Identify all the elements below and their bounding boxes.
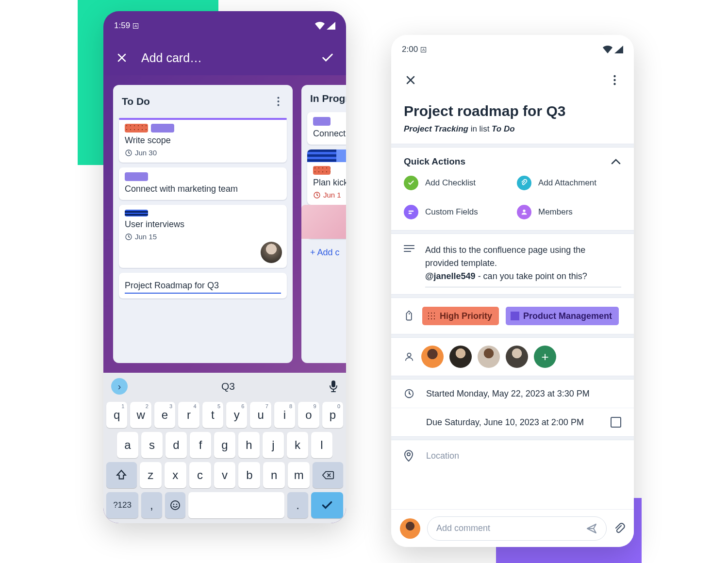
key-g[interactable]: g: [214, 432, 235, 458]
key-p[interactable]: p0: [322, 402, 343, 428]
due-complete-checkbox[interactable]: [611, 417, 621, 428]
card-title: Write scope: [125, 135, 281, 146]
keyboard-row-3: zxcvbnm: [106, 462, 343, 488]
members-row[interactable]: +: [391, 338, 634, 376]
wifi-icon: [315, 22, 325, 30]
period-key[interactable]: .: [287, 492, 308, 518]
card-title: Project roadmap for Q3: [404, 103, 621, 119]
key-h[interactable]: h: [238, 432, 260, 458]
backspace-key[interactable]: [313, 462, 343, 488]
quick-action-custom-fields[interactable]: Custom Fields: [404, 205, 508, 219]
svg-point-8: [173, 504, 175, 505]
key-e[interactable]: e3: [154, 402, 175, 428]
due-date-row[interactable]: Due Saturday, June 10, 2023 at 2:00 PM: [391, 408, 634, 436]
start-date-row[interactable]: Started Monday, May 22, 2023 at 3:30 PM: [391, 380, 634, 408]
key-z[interactable]: z: [140, 462, 162, 488]
overflow-menu-icon[interactable]: [606, 71, 623, 89]
mic-icon[interactable]: [329, 380, 338, 393]
card-connect[interactable]: Connect: [307, 112, 346, 145]
card-user-interviews[interactable]: User interviews Jun 15: [119, 205, 287, 268]
location-icon: [404, 450, 415, 462]
key-l[interactable]: l: [311, 432, 332, 458]
quick-actions-header[interactable]: Quick Actions: [391, 148, 634, 176]
comment-bar: Add comment: [391, 509, 634, 547]
keyboard-suggestion-bar: › Q3: [103, 373, 346, 400]
description-icon: [404, 244, 414, 287]
member-avatar[interactable]: [478, 346, 500, 368]
status-bar: 2:00 A: [391, 35, 634, 64]
confirm-icon[interactable]: [319, 49, 336, 66]
chevron-right-icon[interactable]: ›: [111, 378, 128, 395]
description-row[interactable]: Add this to the confluence page using th…: [391, 234, 634, 294]
phone-add-card: 1:59 A Add card… To Do: [103, 11, 346, 523]
list-title: To Do: [122, 96, 272, 107]
send-icon[interactable]: [586, 523, 597, 534]
quick-action-members[interactable]: Members: [517, 205, 621, 219]
list-menu-icon[interactable]: [272, 93, 284, 110]
emoji-key[interactable]: [165, 492, 186, 518]
label-high-priority[interactable]: High Priority: [422, 307, 499, 325]
svg-rect-6: [331, 381, 335, 387]
key-f[interactable]: f: [190, 432, 211, 458]
enter-key[interactable]: [311, 492, 343, 518]
label-red: [125, 124, 148, 132]
key-v[interactable]: v: [214, 462, 236, 488]
key-o[interactable]: o9: [298, 402, 319, 428]
svg-rect-13: [409, 211, 414, 212]
card-connect-marketing[interactable]: Connect with marketing team: [119, 167, 287, 200]
label-purple: [125, 172, 148, 181]
key-q[interactable]: q1: [106, 402, 127, 428]
key-t[interactable]: t5: [202, 402, 223, 428]
key-n[interactable]: n: [263, 462, 285, 488]
new-card-input[interactable]: [125, 281, 281, 294]
card-new-input[interactable]: [119, 273, 287, 298]
add-member-button[interactable]: +: [534, 346, 556, 368]
numbers-key[interactable]: ?123: [106, 492, 138, 518]
card-cover: [307, 149, 346, 162]
key-m[interactable]: m: [288, 462, 310, 488]
key-y[interactable]: y6: [226, 402, 247, 428]
quick-action-attachment[interactable]: Add Attachment: [517, 176, 621, 190]
list-title: In Progress: [310, 93, 346, 104]
quick-action-checklist[interactable]: Add Checklist: [404, 176, 508, 190]
member-avatar[interactable]: [449, 346, 472, 368]
add-card-button[interactable]: + Add c: [307, 244, 346, 262]
key-u[interactable]: u7: [250, 402, 271, 428]
shift-key[interactable]: [106, 462, 137, 488]
key-d[interactable]: d: [165, 432, 187, 458]
card-with-cover[interactable]: [307, 210, 346, 239]
key-a[interactable]: a: [117, 432, 138, 458]
location-row[interactable]: Location: [391, 440, 634, 462]
key-x[interactable]: x: [165, 462, 186, 488]
svg-point-19: [407, 453, 410, 456]
key-c[interactable]: c: [189, 462, 211, 488]
mention[interactable]: @janelle549: [425, 271, 476, 281]
svg-point-9: [176, 504, 178, 505]
key-w[interactable]: w2: [130, 402, 151, 428]
key-j[interactable]: j: [263, 432, 284, 458]
key-k[interactable]: k: [287, 432, 308, 458]
key-b[interactable]: b: [238, 462, 260, 488]
comma-key[interactable]: ,: [141, 492, 162, 518]
status-badge-icon: A: [133, 23, 138, 29]
attachment-icon[interactable]: [613, 522, 625, 535]
key-r[interactable]: r4: [178, 402, 199, 428]
labels-row[interactable]: High Priority Product Management: [391, 298, 634, 334]
key-s[interactable]: s: [141, 432, 163, 458]
card-plan-kick[interactable]: Plan kick Jun 1: [307, 149, 346, 205]
card-write-scope[interactable]: Write scope Jun 30: [119, 118, 287, 163]
suggestion-text[interactable]: Q3: [133, 381, 323, 392]
signal-icon: [327, 22, 335, 30]
label-product-management[interactable]: Product Management: [506, 307, 619, 325]
location-label: Location: [426, 451, 459, 461]
svg-point-10: [613, 75, 615, 77]
member-avatar: [261, 242, 282, 263]
member-avatar[interactable]: [506, 346, 528, 368]
label-purple: [151, 124, 174, 132]
space-key[interactable]: [188, 492, 284, 518]
comment-input[interactable]: Add comment: [427, 516, 607, 541]
member-avatar[interactable]: [421, 346, 444, 368]
close-icon[interactable]: [402, 71, 419, 89]
key-i[interactable]: i8: [274, 402, 295, 428]
close-icon[interactable]: [113, 49, 131, 66]
